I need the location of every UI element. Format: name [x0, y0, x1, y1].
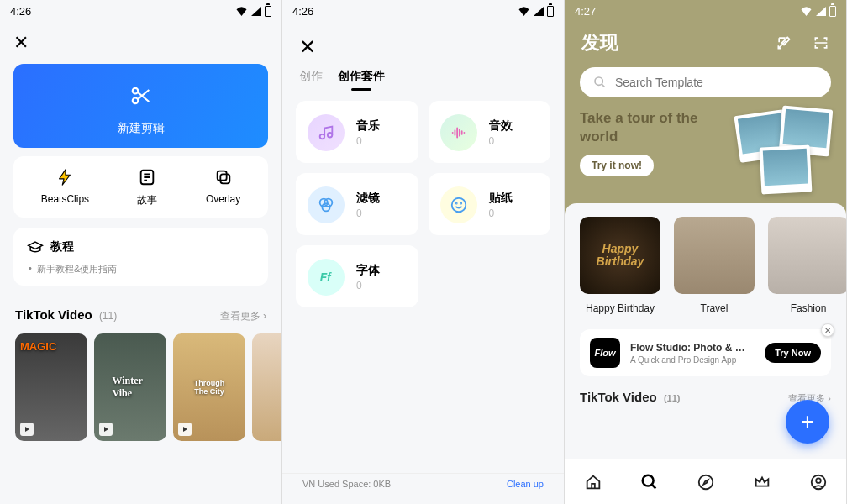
- thumbnail-row[interactable]: MAGIC Winter Vibe Through The City: [13, 333, 268, 441]
- waveform-icon: [440, 114, 477, 151]
- svg-point-1: [132, 98, 138, 104]
- ad-subtitle: A Quick and Pro Design App: [630, 355, 755, 365]
- tiktok-count: (11): [99, 310, 117, 322]
- category-row[interactable]: Happy Birthday Happy Birthday Travel Fas…: [580, 217, 831, 314]
- svg-point-10: [451, 198, 466, 213]
- scissors-icon: [129, 84, 153, 108]
- music-card[interactable]: 音乐0: [296, 101, 418, 163]
- search-input[interactable]: [580, 67, 831, 97]
- story-label: 故事: [137, 193, 157, 207]
- sfx-card[interactable]: 音效0: [429, 101, 551, 163]
- banner[interactable]: Take a tour of theworld Try it now!: [580, 109, 831, 202]
- tiktok-section-title: TikTok Video (11): [15, 307, 117, 322]
- bottom-nav: [565, 459, 846, 504]
- tab-create[interactable]: 创作: [299, 69, 323, 91]
- home-icon[interactable]: [583, 472, 603, 492]
- video-thumb[interactable]: MAGIC: [15, 333, 87, 441]
- font-card[interactable]: Ff 字体0: [296, 245, 418, 307]
- edit-icon[interactable]: [776, 34, 792, 51]
- smile-icon: [440, 186, 477, 223]
- filter-card[interactable]: 滤镜0: [296, 173, 418, 235]
- ad-try-button[interactable]: Try Now: [765, 343, 821, 363]
- category-item[interactable]: Travel: [674, 217, 755, 314]
- status-time: 4:26: [292, 5, 313, 18]
- battery-icon: [829, 6, 836, 17]
- play-icon: [99, 423, 113, 436]
- search-icon: [593, 76, 607, 89]
- wifi-icon: [518, 6, 530, 16]
- signal-icon: [816, 7, 826, 16]
- category-image: [768, 217, 847, 294]
- feature-row: BeatsClips 故事 Overlay: [13, 156, 268, 218]
- close-icon[interactable]: ✕: [299, 35, 316, 58]
- fab-add-button[interactable]: +: [786, 400, 829, 444]
- story-button[interactable]: 故事: [137, 168, 157, 207]
- tabs: 创作 创作套件: [282, 64, 564, 91]
- ad-card[interactable]: ✕ Flow Flow Studio: Photo & … A Quick an…: [580, 329, 831, 376]
- category-image: [674, 217, 755, 294]
- status-time: 4:26: [10, 5, 31, 18]
- ad-logo: Flow: [590, 338, 620, 368]
- svg-point-14: [595, 77, 602, 85]
- crown-icon[interactable]: [752, 472, 772, 492]
- signal-icon: [534, 7, 544, 16]
- sticker-card[interactable]: 贴纸0: [429, 173, 551, 235]
- category-item[interactable]: Fashion: [768, 217, 847, 314]
- new-edit-label: 新建剪辑: [24, 121, 258, 136]
- category-item[interactable]: Happy Birthday Happy Birthday: [580, 217, 660, 314]
- category-image: Happy Birthday: [580, 217, 660, 294]
- video-thumb[interactable]: Winter Vibe: [94, 333, 166, 441]
- font-icon: Ff: [308, 259, 345, 296]
- video-thumb[interactable]: [252, 333, 282, 441]
- svg-point-18: [816, 478, 821, 483]
- music-icon: [308, 114, 345, 151]
- try-now-button[interactable]: Try it now!: [580, 155, 654, 176]
- tab-kit[interactable]: 创作套件: [338, 69, 385, 91]
- overlay-icon: [213, 168, 234, 186]
- wifi-icon: [235, 6, 248, 16]
- play-icon: [178, 423, 192, 436]
- status-bar: 4:27: [565, 0, 846, 22]
- beatsclips-label: BeatsClips: [41, 193, 89, 205]
- svg-point-15: [642, 475, 653, 486]
- svg-point-16: [698, 475, 713, 489]
- used-space-label: VN Used Space: 0KB: [302, 479, 391, 489]
- search-field[interactable]: [615, 76, 818, 89]
- svg-point-11: [455, 203, 456, 204]
- see-more-link[interactable]: 查看更多 ›: [220, 309, 266, 323]
- close-icon[interactable]: ✕: [13, 32, 29, 53]
- page-title: 发现: [581, 30, 618, 55]
- close-ad-icon[interactable]: ✕: [821, 323, 834, 337]
- video-thumb[interactable]: Through The City: [173, 333, 245, 441]
- cleanup-link[interactable]: Clean up: [507, 479, 544, 489]
- status-time: 4:27: [575, 5, 596, 18]
- list-icon: [137, 168, 157, 186]
- tutorial-title: 教程: [50, 239, 74, 255]
- svg-point-9: [322, 203, 329, 211]
- search-nav-icon[interactable]: [639, 472, 660, 492]
- svg-rect-3: [217, 171, 226, 181]
- tiktok-section-title: TikTok Video: [580, 390, 657, 404]
- tutorial-sub: 新手教程&使用指南: [27, 263, 255, 276]
- status-bar: 4:26: [0, 0, 281, 22]
- play-icon: [20, 423, 34, 436]
- svg-rect-4: [220, 174, 229, 183]
- bolt-icon: [55, 168, 75, 186]
- banner-image: [725, 106, 834, 198]
- overlay-label: Overlay: [206, 193, 240, 205]
- overlay-button[interactable]: Overlay: [206, 168, 240, 207]
- status-bar: 4:26: [282, 0, 564, 22]
- tutorial-card[interactable]: 教程 新手教程&使用指南: [13, 228, 268, 286]
- new-edit-button[interactable]: 新建剪辑: [13, 64, 268, 148]
- wifi-icon: [800, 6, 813, 16]
- signal-icon: [251, 7, 261, 16]
- ad-title: Flow Studio: Photo & …: [630, 342, 755, 354]
- footer: VN Used Space: 0KB Clean up: [282, 473, 564, 489]
- beatsclips-button[interactable]: BeatsClips: [41, 168, 89, 207]
- graduation-cap-icon: [27, 240, 44, 254]
- scan-icon[interactable]: [813, 34, 829, 51]
- profile-icon[interactable]: [808, 472, 829, 492]
- compass-icon[interactable]: [696, 472, 716, 492]
- svg-point-12: [460, 203, 461, 204]
- battery-icon: [265, 6, 271, 17]
